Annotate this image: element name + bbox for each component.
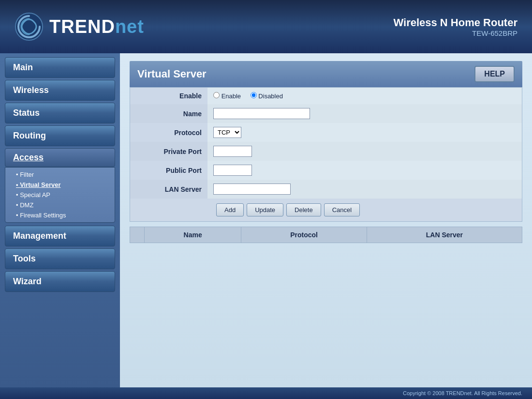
- enable-row: Enable Enable Disabled: [130, 88, 522, 104]
- trendnet-logo-icon: [15, 12, 44, 41]
- enable-label: Enable: [130, 88, 207, 104]
- disabled-radio[interactable]: [251, 92, 257, 98]
- product-line: Wireless N Home Router: [393, 16, 517, 29]
- table-header-row: Name Protocol LAN Server: [130, 227, 522, 243]
- form-table: Enable Enable Disabled: [130, 88, 522, 199]
- table-header: Name Protocol LAN Server: [130, 227, 522, 243]
- name-label: Name: [130, 104, 207, 123]
- main-layout: Main Wireless Status Routing Access Filt…: [0, 53, 532, 387]
- sidebar-item-management[interactable]: Management: [5, 226, 115, 246]
- sidebar-item-tools[interactable]: Tools: [5, 248, 115, 269]
- protocol-label: Protocol: [130, 123, 207, 142]
- public-port-input[interactable]: [213, 165, 252, 176]
- disabled-option-text: Disabled: [258, 92, 283, 100]
- cancel-button[interactable]: Cancel: [324, 203, 360, 216]
- add-button[interactable]: Add: [216, 203, 244, 216]
- private-port-input[interactable]: [213, 146, 252, 157]
- sidebar-item-wizard[interactable]: Wizard: [5, 271, 115, 292]
- sidebar-item-access[interactable]: Access: [5, 148, 115, 167]
- sidebar-item-virtual-server[interactable]: Virtual Server: [13, 180, 115, 190]
- lan-server-label: LAN Server: [130, 180, 207, 199]
- sidebar-item-filter[interactable]: Filter: [13, 169, 115, 180]
- enable-radio-label[interactable]: Enable: [213, 92, 243, 100]
- disabled-radio-label[interactable]: Disabled: [251, 92, 283, 100]
- sidebar-item-routing[interactable]: Routing: [5, 125, 115, 146]
- lan-server-cell: [207, 180, 522, 199]
- update-button[interactable]: Update: [247, 203, 283, 216]
- public-port-row: Public Port: [130, 161, 522, 180]
- button-row: Add Update Delete Cancel: [130, 199, 522, 221]
- private-port-row: Private Port: [130, 142, 522, 161]
- sidebar: Main Wireless Status Routing Access Filt…: [0, 53, 120, 387]
- public-port-cell: [207, 161, 522, 180]
- sidebar-item-special-ap[interactable]: Special AP: [13, 190, 115, 200]
- sidebar-item-dmz[interactable]: DMZ: [13, 200, 115, 210]
- data-table: Name Protocol LAN Server: [130, 227, 522, 243]
- sidebar-item-wireless[interactable]: Wireless: [5, 80, 115, 101]
- brand-dnet: net: [115, 16, 144, 37]
- brand-trend: TREND: [49, 16, 115, 37]
- lan-server-row: LAN Server: [130, 180, 522, 199]
- copyright-text: Copyright © 2008 TRENDnet. All Rights Re…: [403, 390, 522, 396]
- help-button[interactable]: HELP: [474, 66, 515, 82]
- name-input[interactable]: [213, 108, 310, 119]
- svg-point-0: [15, 13, 43, 40]
- protocol-select[interactable]: TCP UDP Both: [213, 127, 241, 138]
- protocol-row: Protocol TCP UDP Both: [130, 123, 522, 142]
- enable-cell: Enable Disabled: [207, 88, 522, 104]
- header: TRENDnet Wireless N Home Router TEW-652B…: [0, 0, 532, 53]
- table-col-lan-server: LAN Server: [367, 227, 522, 243]
- brand-name: TRENDnet: [49, 16, 144, 37]
- protocol-cell: TCP UDP Both: [207, 123, 522, 142]
- lan-server-input[interactable]: [213, 184, 291, 195]
- sidebar-access-section: Access Filter Virtual Server Special AP …: [5, 148, 115, 223]
- table-col-protocol: Protocol: [241, 227, 367, 243]
- sidebar-item-firewall-settings[interactable]: Firewall Settings: [13, 210, 115, 220]
- name-cell: [207, 104, 522, 123]
- content-area: SetupRouter.com Virtual Server HELP Enab…: [120, 53, 532, 387]
- logo-area: TRENDnet: [15, 12, 144, 41]
- delete-button[interactable]: Delete: [286, 203, 321, 216]
- enable-radio[interactable]: [213, 92, 220, 98]
- form-area: Enable Enable Disabled: [130, 87, 522, 222]
- name-row: Name: [130, 104, 522, 123]
- router-info: Wireless N Home Router TEW-652BRP: [393, 16, 517, 37]
- access-submenu: Filter Virtual Server Special AP DMZ Fir…: [5, 167, 115, 223]
- private-port-cell: [207, 142, 522, 161]
- table-col-checkbox: [130, 227, 145, 243]
- enable-option-text: Enable: [222, 92, 241, 100]
- public-port-label: Public Port: [130, 161, 207, 180]
- table-col-name: Name: [145, 227, 241, 243]
- footer: Copyright © 2008 TRENDnet. All Rights Re…: [0, 387, 532, 399]
- page-title: Virtual Server: [137, 68, 207, 80]
- content-inner: Virtual Server HELP Enable Enable: [120, 53, 532, 251]
- model-number: TEW-652BRP: [393, 29, 517, 37]
- sidebar-item-main[interactable]: Main: [5, 57, 115, 78]
- page-title-bar: Virtual Server HELP: [130, 61, 522, 87]
- private-port-label: Private Port: [130, 142, 207, 161]
- sidebar-item-status[interactable]: Status: [5, 103, 115, 123]
